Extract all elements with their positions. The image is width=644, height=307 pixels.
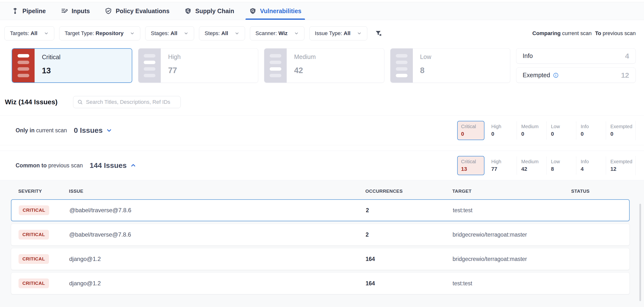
comparison-label: Comparing current scanTo previous scan bbox=[532, 30, 636, 36]
tab-bar: Pipeline Inputs Policy Evaluations Suppl… bbox=[0, 2, 644, 20]
table-row[interactable]: CRITICAL django@1.2 164 test:test bbox=[11, 272, 630, 294]
severity-card-count: 42 bbox=[294, 66, 316, 75]
severity-card-label: High bbox=[168, 53, 180, 60]
tab-inputs[interactable]: Inputs bbox=[58, 2, 92, 20]
tab-pipeline[interactable]: Pipeline bbox=[9, 2, 48, 20]
severity-level-icon bbox=[390, 48, 413, 82]
section-only-current: Only in current scan 0 Issues Critical 0… bbox=[0, 116, 644, 145]
severity-badge: CRITICAL bbox=[18, 254, 49, 264]
severity-level-icon bbox=[264, 48, 287, 82]
table-row[interactable]: CRITICAL django@1.2 164 bridgecrewio/ter… bbox=[11, 248, 630, 270]
issue-cell: django@1.2 bbox=[69, 280, 366, 287]
info-icon bbox=[553, 72, 559, 78]
target-cell: test:test bbox=[453, 207, 572, 214]
severity-card-exempted[interactable]: Exempted 12 bbox=[516, 68, 636, 83]
filter-row: Targets: All Target Type: Repository Sta… bbox=[0, 20, 644, 45]
chip-high[interactable]: High 77 bbox=[487, 156, 516, 175]
filter-steps[interactable]: Steps: All bbox=[199, 26, 245, 40]
filter-scanner[interactable]: Scanner: Wiz bbox=[250, 26, 304, 40]
table-rows: CRITICAL @babel/traverse@7.8.6 2 test:te… bbox=[0, 199, 644, 294]
tab-label: Policy Evaluations bbox=[116, 8, 170, 14]
scanner-header: Wiz (144 Issues) bbox=[0, 83, 644, 116]
chevron-down-icon bbox=[184, 31, 188, 36]
scanner-title: Wiz (144 Issues) bbox=[5, 98, 58, 106]
severity-level-icon bbox=[12, 49, 34, 82]
side-cards: Info 4 Exempted 12 bbox=[516, 48, 636, 83]
clear-filters-icon[interactable] bbox=[373, 28, 384, 39]
table-row[interactable]: CRITICAL @babel/traverse@7.8.6 2 bridgec… bbox=[11, 224, 630, 246]
filter-text: Steps: All bbox=[204, 30, 228, 36]
filter-stages[interactable]: Stages: All bbox=[145, 26, 194, 40]
filter-text: Scanner: Wiz bbox=[256, 30, 288, 36]
target-cell: bridgecrewio/terragoat:master bbox=[452, 232, 572, 238]
severity-card-count: 8 bbox=[420, 66, 431, 75]
inputs-icon bbox=[60, 7, 68, 15]
chip-exempted[interactable]: Exempted 12 bbox=[606, 156, 636, 175]
issues-toggle[interactable]: 0 Issues bbox=[74, 126, 112, 134]
severity-card-critical[interactable]: Critical 13 bbox=[12, 48, 132, 83]
severity-card-count: 13 bbox=[42, 66, 60, 75]
occurrences-cell: 2 bbox=[366, 207, 453, 214]
chevron-down-icon bbox=[106, 127, 112, 134]
severity-card-low[interactable]: Low 8 bbox=[390, 48, 510, 83]
filter-target-type[interactable]: Target Type: Repository bbox=[59, 26, 140, 40]
severity-card-label: Medium bbox=[294, 53, 316, 60]
filter-text: Targets: All bbox=[10, 30, 38, 36]
occurrences-cell: 2 bbox=[366, 232, 452, 238]
severity-chips: Critical 13 High 77 Medium 42 Low 8 Info… bbox=[457, 156, 636, 175]
section-label: Common to previous scan bbox=[16, 162, 83, 169]
chevron-up-icon bbox=[130, 162, 136, 168]
vertical-scrollbar[interactable] bbox=[639, 204, 641, 301]
severity-card-medium[interactable]: Medium 42 bbox=[264, 48, 384, 83]
severity-card-info[interactable]: Info 4 bbox=[516, 48, 636, 64]
severity-cards-row: Critical 13 High 77 Medium 42 bbox=[0, 45, 644, 83]
search-icon bbox=[77, 99, 83, 105]
severity-card-label: Low bbox=[420, 53, 431, 60]
severity-chips: Critical 0 High 0 Medium 0 Low 0 Info 0 … bbox=[457, 121, 636, 140]
issue-cell: @babel/traverse@7.8.6 bbox=[69, 231, 366, 238]
chip-high[interactable]: High 0 bbox=[487, 121, 516, 140]
col-occurrences: OCCURRENCES bbox=[365, 188, 452, 194]
section-common-previous: Common to previous scan 144 Issues Criti… bbox=[0, 150, 644, 180]
target-cell: bridgecrewio/terragoat:master bbox=[452, 256, 572, 262]
chip-info[interactable]: Info 4 bbox=[576, 156, 606, 175]
occurrences-cell: 164 bbox=[366, 280, 452, 287]
severity-card-count: 12 bbox=[621, 71, 629, 80]
chip-medium[interactable]: Medium 42 bbox=[516, 156, 546, 175]
chevron-down-icon bbox=[44, 31, 49, 36]
filter-text: Issue Type: All bbox=[315, 30, 350, 36]
chip-exempted[interactable]: Exempted 0 bbox=[606, 121, 636, 140]
occurrences-cell: 164 bbox=[366, 256, 452, 262]
severity-card-label: Exempted bbox=[523, 72, 559, 79]
chip-low[interactable]: Low 8 bbox=[546, 156, 576, 175]
table-row[interactable]: CRITICAL @babel/traverse@7.8.6 2 test:te… bbox=[11, 199, 630, 221]
issues-count: 144 Issues bbox=[90, 161, 127, 170]
chip-critical[interactable]: Critical 0 bbox=[457, 121, 484, 140]
search-input[interactable] bbox=[86, 99, 176, 105]
col-target: TARGET bbox=[452, 188, 571, 194]
severity-card-label: Critical bbox=[42, 54, 60, 61]
search-box[interactable] bbox=[73, 96, 181, 108]
severity-card-count: 77 bbox=[168, 66, 180, 75]
filter-text: Target Type: Repository bbox=[65, 30, 124, 36]
severity-card-high[interactable]: High 77 bbox=[138, 48, 258, 83]
tab-supply-chain[interactable]: Supply Chain bbox=[182, 2, 236, 20]
tab-vulnerabilities[interactable]: Vulnerabilities bbox=[247, 2, 304, 20]
shield-network-icon bbox=[184, 7, 192, 15]
chip-low[interactable]: Low 0 bbox=[546, 121, 576, 140]
issue-cell: @babel/traverse@7.8.6 bbox=[70, 207, 366, 214]
tab-policy-evaluations[interactable]: Policy Evaluations bbox=[102, 2, 172, 20]
table-header: SEVERITY ISSUE OCCURRENCES TARGET STATUS bbox=[0, 180, 644, 199]
chevron-down-icon bbox=[234, 31, 240, 36]
pipeline-icon bbox=[11, 7, 19, 15]
chip-info[interactable]: Info 0 bbox=[576, 121, 606, 140]
issues-toggle[interactable]: 144 Issues bbox=[90, 161, 136, 170]
shield-check-icon bbox=[104, 7, 112, 15]
chip-medium[interactable]: Medium 0 bbox=[516, 121, 546, 140]
col-severity: SEVERITY bbox=[18, 188, 69, 194]
col-issue: ISSUE bbox=[69, 188, 365, 194]
filter-issue-type[interactable]: Issue Type: All bbox=[309, 26, 367, 40]
filter-targets[interactable]: Targets: All bbox=[4, 26, 54, 40]
chip-critical[interactable]: Critical 13 bbox=[457, 156, 484, 175]
tab-label: Inputs bbox=[72, 8, 90, 14]
